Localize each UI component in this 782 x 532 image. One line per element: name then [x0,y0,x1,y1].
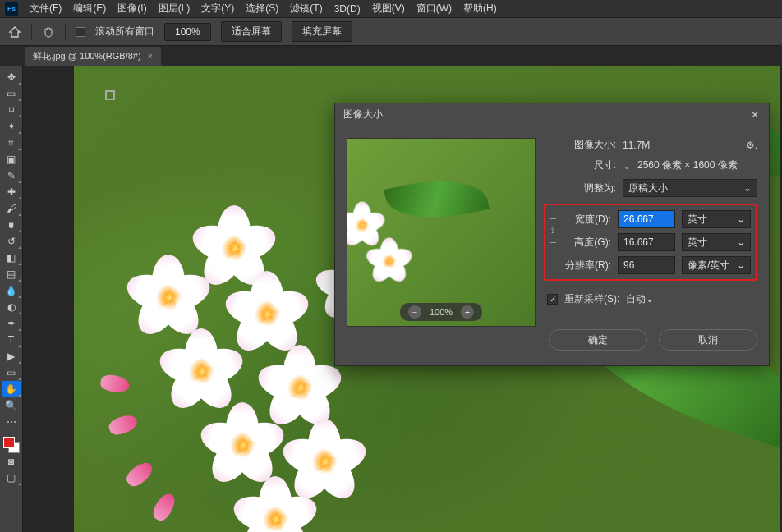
link-icon[interactable]: ⟟ [547,210,559,251]
menu-filter[interactable]: 滤镜(T) [290,2,322,16]
height-unit: 英寸 [688,236,707,250]
path-select-tool-icon[interactable]: ▶ [2,348,21,365]
close-icon[interactable]: × [148,51,153,61]
fit-value: 原稿大小 [628,181,668,195]
dim-value: 2560 像素 × 1600 像素 [637,158,738,172]
marquee-tool-icon[interactable]: ▭ [2,85,21,102]
fill-screen-button[interactable]: 填充屏幕 [292,21,352,42]
brush-tool-icon[interactable]: 🖌 [2,200,21,217]
height-input[interactable]: 16.667 [618,233,675,251]
optionbar: 滚动所有窗口 100% 适合屏幕 填充屏幕 [0,18,782,46]
res-unit-combo[interactable]: 像素/英寸⌄ [682,256,751,274]
pen-tool-icon[interactable]: ✒ [2,315,21,332]
fg-color-icon[interactable] [3,437,15,448]
scroll-all-checkbox[interactable] [76,27,85,37]
close-icon[interactable]: ✕ [749,109,761,121]
bud [123,459,156,490]
document-tab[interactable]: 鲜花.jpg @ 100%(RGB/8#) × [25,47,161,66]
resample-label: 重新采样(S): [564,292,619,306]
type-tool-icon[interactable]: T [2,332,21,348]
toolbox: ✥ ▭ ⌑ ✦ ⌗ ▣ ✎ ✚ 🖌 ⧯ ↺ ◧ ▤ 💧 ◐ ✒ T ▶ ▭ ✋ … [0,66,23,532]
hand-tool-icon[interactable] [42,25,55,39]
quick-select-tool-icon[interactable]: ✦ [2,118,21,135]
bud [99,374,131,395]
preview-zoom-value: 100% [430,307,453,317]
resample-checkbox[interactable] [547,294,558,305]
gear-icon[interactable]: ⚙. [746,140,757,151]
image-size-dialog: 图像大小 ✕ − 100% + 图像大小: 11.7M ⚙. [334,103,770,366]
stamp-tool-icon[interactable]: ⧯ [2,217,21,233]
lasso-tool-icon[interactable]: ⌑ [2,102,21,118]
zoom-tool-icon[interactable]: 🔍 [2,397,21,414]
blur-tool-icon[interactable]: 💧 [2,282,21,299]
crop-tool-icon[interactable]: ⌗ [2,135,21,151]
eyedropper-tool-icon[interactable]: ✎ [2,167,21,184]
resample-combo[interactable]: 自动⌄ [626,292,757,306]
bud [107,412,140,438]
hand-tool-icon[interactable]: ✋ [2,381,21,397]
preview-zoom-control: − 100% + [400,303,482,321]
zoom-out-icon[interactable]: − [408,305,421,319]
document-tab-title: 鲜花.jpg @ 100%(RGB/8#) [33,50,141,62]
res-input[interactable]: 96 [618,256,675,274]
fit-label: 调整为: [547,181,616,195]
gradient-tool-icon[interactable]: ▤ [2,266,21,282]
height-label: 高度(G): [562,236,611,250]
quickmask-icon[interactable]: ◙ [2,453,21,470]
frame-tool-icon[interactable]: ▣ [2,151,21,167]
leaf [535,497,747,532]
screenmode-icon[interactable]: ▢ [2,470,21,486]
divider [65,24,66,40]
menu-layer[interactable]: 图层(L) [159,2,191,16]
dodge-tool-icon[interactable]: ◐ [2,299,21,315]
dialog-fields: 图像大小: 11.7M ⚙. 尺寸: ⌄ 2560 像素 × 1600 像素 调… [547,138,757,351]
menu-edit[interactable]: 编辑(E) [73,2,106,16]
fit-combo[interactable]: 原稿大小⌄ [623,179,757,197]
home-icon[interactable] [8,25,21,39]
shape-tool-icon[interactable]: ▭ [2,365,21,381]
menu-3d[interactable]: 3D(D) [334,3,361,15]
menubar: Ps 文件(F) 编辑(E) 图像(I) 图层(L) 文字(Y) 选择(S) 滤… [0,0,782,18]
width-input[interactable]: 26.667 [618,210,675,228]
menu-file[interactable]: 文件(F) [30,2,62,16]
dialog-preview[interactable]: − 100% + [347,138,536,327]
dim-label: 尺寸: [547,158,616,172]
dimension-highlight: ⟟ 宽度(D): 26.667 英寸⌄ 高度(G): 16.667 [544,204,757,281]
menu-image[interactable]: 图像(I) [117,2,146,16]
res-unit: 像素/英寸 [688,259,729,273]
cancel-button[interactable]: 取消 [659,329,757,351]
color-swatch[interactable] [3,437,20,453]
move-tool-icon[interactable]: ✥ [2,69,21,85]
menu-help[interactable]: 帮助(H) [463,2,497,16]
menu-view[interactable]: 视图(V) [372,2,405,16]
menu-select[interactable]: 选择(S) [246,2,278,16]
fit-screen-button[interactable]: 适合屏幕 [221,21,282,42]
zoom-in-icon[interactable]: + [461,305,474,319]
scroll-all-label: 滚动所有窗口 [95,25,154,39]
dialog-title: 图像大小 [343,108,383,122]
ok-button[interactable]: 确定 [549,329,647,351]
edit-toolbar-icon[interactable]: ⋯ [2,414,21,430]
bud [150,490,179,523]
chevron-down-icon[interactable]: ⌄ [623,160,631,172]
heal-tool-icon[interactable]: ✚ [2,184,21,200]
zoom-value-button[interactable]: 100% [164,23,211,41]
menu-window[interactable]: 窗口(W) [416,2,452,16]
document-tabbar: 鲜花.jpg @ 100%(RGB/8#) × [0,46,782,66]
divider [31,24,32,40]
dialog-titlebar[interactable]: 图像大小 ✕ [335,103,769,126]
resample-value: 自动 [626,293,646,305]
res-label: 分辨率(R): [547,259,611,273]
width-unit-combo[interactable]: 英寸⌄ [682,210,751,228]
crop-mark-icon [105,90,115,100]
history-brush-tool-icon[interactable]: ↺ [2,233,21,250]
width-unit: 英寸 [688,213,707,227]
height-unit-combo[interactable]: 英寸⌄ [682,233,751,251]
size-value: 11.7M [623,140,739,151]
size-label: 图像大小: [547,138,616,152]
width-label: 宽度(D): [562,213,611,227]
eraser-tool-icon[interactable]: ◧ [2,250,21,266]
menu-text[interactable]: 文字(Y) [201,2,234,16]
ps-logo: Ps [5,2,18,16]
